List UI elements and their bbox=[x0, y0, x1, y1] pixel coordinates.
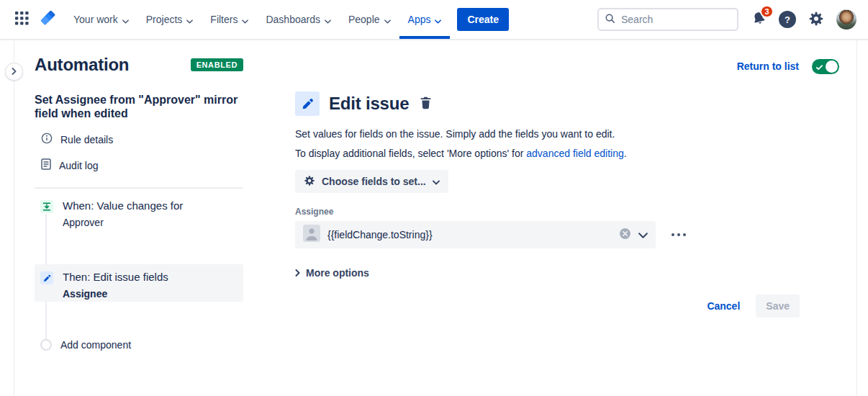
choose-fields-dropdown[interactable]: Choose fields to set... bbox=[295, 170, 448, 193]
gear-icon bbox=[808, 11, 824, 29]
assignee-field-row: {{fieldChange.toString}} bbox=[295, 221, 689, 248]
more-actions-icon bbox=[683, 233, 686, 236]
notifications-button[interactable]: 3 bbox=[749, 9, 769, 30]
nav-right-group: 3 ? bbox=[597, 8, 868, 31]
sidebar-expand-button[interactable] bbox=[5, 63, 23, 81]
nav-item-label: Dashboards bbox=[266, 14, 320, 25]
cancel-button[interactable]: Cancel bbox=[707, 300, 740, 312]
chevron-right-icon bbox=[295, 266, 300, 279]
user-placeholder-avatar bbox=[303, 225, 320, 245]
action-title: Edit issue bbox=[329, 94, 409, 114]
info-icon bbox=[41, 132, 53, 146]
rule-name: Set Assignee from "Approver" mirror fiel… bbox=[35, 93, 243, 120]
chevron-down-icon bbox=[186, 14, 193, 26]
action-description: Set values for fields on the issue. Simp… bbox=[295, 127, 615, 141]
component-connector-line bbox=[45, 302, 47, 341]
rule-status-badge: ENABLED bbox=[191, 58, 243, 71]
pencil-icon bbox=[295, 91, 320, 116]
advanced-field-editing-link[interactable]: advanced field editing bbox=[526, 148, 623, 159]
field-value-changed-icon bbox=[40, 200, 53, 213]
add-component-label: Add component bbox=[60, 339, 131, 351]
checkmark-icon bbox=[815, 63, 823, 73]
trash-icon bbox=[420, 96, 432, 112]
nav-item-people[interactable]: People bbox=[340, 0, 399, 39]
nav-item-label: Projects bbox=[146, 14, 183, 25]
sidebar-item-rule-details[interactable]: Rule details bbox=[35, 132, 243, 146]
toggle-knob bbox=[826, 60, 838, 73]
rule-nav-links: Rule details Audit log bbox=[35, 132, 243, 172]
save-button[interactable]: Save bbox=[756, 294, 800, 318]
more-options-expander[interactable]: More options bbox=[295, 266, 369, 279]
more-actions-icon bbox=[672, 233, 674, 236]
return-to-list-link[interactable]: Return to list bbox=[737, 60, 799, 72]
assignee-select-field[interactable]: {{fieldChange.toString}} bbox=[295, 221, 656, 248]
component-title: Then: Edit issue fields bbox=[63, 271, 168, 284]
audit-log-icon bbox=[41, 158, 51, 172]
question-mark-icon: ? bbox=[785, 14, 790, 25]
description-text: To display additional fields, select 'Mo… bbox=[295, 148, 526, 159]
chevron-down-icon bbox=[325, 14, 331, 26]
dropdown-expand-button[interactable] bbox=[638, 230, 648, 240]
right-rail-divider bbox=[856, 40, 857, 396]
top-navigation-bar: Your work Projects Filters Dashboards Pe… bbox=[0, 0, 868, 40]
add-component-button[interactable]: Add component bbox=[35, 339, 131, 351]
component-subtitle: Assignee bbox=[63, 287, 168, 300]
chevron-down-icon bbox=[242, 14, 248, 26]
delete-action-button[interactable] bbox=[418, 95, 433, 113]
clear-icon bbox=[619, 228, 631, 242]
global-search[interactable] bbox=[597, 8, 738, 31]
automation-sidebar: Automation ENABLED Set Assignee from "Ap… bbox=[35, 55, 243, 189]
component-connector-line bbox=[45, 214, 47, 264]
more-actions-icon bbox=[677, 233, 680, 236]
component-action-edit-issue[interactable]: Then: Edit issue fields Assignee bbox=[35, 264, 243, 302]
page-title: Automation bbox=[35, 55, 129, 75]
nav-item-filters[interactable]: Filters bbox=[202, 0, 257, 39]
settings-button[interactable] bbox=[806, 9, 826, 30]
nav-item-your-work[interactable]: Your work bbox=[65, 0, 137, 39]
more-options-label: More options bbox=[306, 267, 369, 279]
field-more-actions-button[interactable] bbox=[669, 230, 689, 239]
action-footer: Cancel Save bbox=[295, 294, 800, 318]
chevron-down-icon bbox=[638, 230, 648, 240]
gear-icon bbox=[304, 175, 315, 189]
sidebar-item-audit-log[interactable]: Audit log bbox=[35, 158, 243, 172]
assignee-field-label: Assignee bbox=[295, 207, 333, 217]
component-title: When: Value changes for bbox=[63, 199, 183, 212]
nav-item-label: Filters bbox=[210, 14, 238, 25]
panel-header: Return to list bbox=[295, 57, 839, 76]
help-button[interactable]: ? bbox=[779, 11, 796, 28]
notification-count-badge: 3 bbox=[760, 5, 774, 18]
clear-value-button[interactable] bbox=[619, 228, 631, 242]
nav-item-projects[interactable]: Projects bbox=[137, 0, 202, 39]
sidebar-divider bbox=[35, 187, 243, 189]
app-switcher-button[interactable] bbox=[10, 8, 33, 31]
nav-item-label: Your work bbox=[73, 14, 118, 25]
app-grid-icon bbox=[15, 12, 29, 27]
chevron-down-icon bbox=[122, 14, 129, 26]
jira-logo-icon[interactable] bbox=[37, 9, 59, 30]
sidebar-item-label: Rule details bbox=[60, 134, 113, 145]
jira-automation-rule-editor: Your work Projects Filters Dashboards Pe… bbox=[0, 0, 868, 396]
empty-circle-icon bbox=[40, 339, 52, 351]
chevron-right-icon bbox=[12, 66, 17, 77]
left-rail-divider bbox=[14, 40, 14, 396]
pencil-icon bbox=[40, 271, 53, 284]
search-icon bbox=[605, 13, 615, 27]
component-trigger-value-changed[interactable]: When: Value changes for Approver bbox=[35, 193, 243, 235]
nav-item-label: People bbox=[348, 14, 380, 25]
assignee-field-value: {{fieldChange.toString}} bbox=[327, 229, 612, 240]
search-input[interactable] bbox=[621, 14, 731, 25]
description-text: . bbox=[624, 148, 627, 159]
create-button[interactable]: Create bbox=[457, 8, 509, 31]
chevron-down-icon bbox=[384, 14, 391, 26]
action-header: Edit issue bbox=[295, 91, 433, 116]
nav-item-apps[interactable]: Apps bbox=[399, 0, 451, 39]
chevron-down-icon bbox=[435, 14, 441, 26]
rule-enabled-toggle[interactable] bbox=[812, 59, 839, 74]
chevron-down-icon bbox=[433, 176, 440, 187]
nav-item-dashboards[interactable]: Dashboards bbox=[257, 0, 340, 39]
component-subtitle: Approver bbox=[63, 216, 183, 229]
action-description-2: To display additional fields, select 'Mo… bbox=[295, 146, 627, 161]
user-avatar[interactable] bbox=[836, 9, 856, 30]
sidebar-item-label: Audit log bbox=[59, 160, 98, 171]
